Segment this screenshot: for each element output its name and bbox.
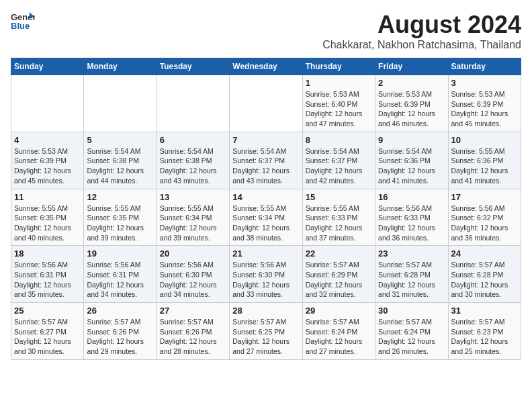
day-number: 30 — [378, 306, 445, 316]
day-number: 9 — [378, 135, 445, 145]
calendar-cell: 21Sunrise: 5:56 AM Sunset: 6:30 PM Dayli… — [230, 246, 302, 303]
day-info: Sunrise: 5:54 AM Sunset: 6:37 PM Dayligh… — [306, 146, 372, 186]
day-info: Sunrise: 5:53 AM Sunset: 6:39 PM Dayligh… — [451, 89, 518, 129]
day-info: Sunrise: 5:54 AM Sunset: 6:36 PM Dayligh… — [378, 146, 445, 186]
day-number: 18 — [14, 248, 81, 259]
calendar-cell: 23Sunrise: 5:57 AM Sunset: 6:28 PM Dayli… — [375, 246, 448, 303]
day-info: Sunrise: 5:57 AM Sunset: 6:29 PM Dayligh… — [306, 260, 372, 300]
day-number: 24 — [451, 248, 518, 259]
calendar-cell: 20Sunrise: 5:56 AM Sunset: 6:30 PM Dayli… — [157, 246, 229, 303]
calendar-cell: 29Sunrise: 5:57 AM Sunset: 6:24 PM Dayli… — [302, 303, 375, 360]
weekday-header: Monday — [84, 58, 157, 75]
day-number: 11 — [14, 192, 81, 202]
weekday-header: Sunday — [11, 58, 84, 75]
day-number: 8 — [306, 135, 372, 145]
day-info: Sunrise: 5:53 AM Sunset: 6:39 PM Dayligh… — [14, 146, 81, 186]
calendar-cell: 15Sunrise: 5:55 AM Sunset: 6:33 PM Dayli… — [302, 189, 375, 246]
logo-icon: General Blue — [11, 11, 35, 31]
calendar-cell: 28Sunrise: 5:57 AM Sunset: 6:25 PM Dayli… — [230, 303, 302, 360]
calendar-cell: 6Sunrise: 5:54 AM Sunset: 6:38 PM Daylig… — [157, 132, 229, 189]
calendar-cell: 11Sunrise: 5:55 AM Sunset: 6:35 PM Dayli… — [11, 189, 84, 246]
day-info: Sunrise: 5:57 AM Sunset: 6:26 PM Dayligh… — [87, 317, 153, 357]
calendar-cell: 4Sunrise: 5:53 AM Sunset: 6:39 PM Daylig… — [11, 132, 84, 189]
day-number: 6 — [160, 135, 226, 145]
month-year: August 2024 — [322, 11, 521, 39]
calendar-cell: 14Sunrise: 5:55 AM Sunset: 6:34 PM Dayli… — [230, 189, 302, 246]
day-info: Sunrise: 5:55 AM Sunset: 6:35 PM Dayligh… — [14, 203, 81, 243]
day-info: Sunrise: 5:57 AM Sunset: 6:25 PM Dayligh… — [232, 317, 299, 357]
calendar-cell: 8Sunrise: 5:54 AM Sunset: 6:37 PM Daylig… — [302, 132, 375, 189]
calendar-cell — [230, 75, 302, 132]
day-info: Sunrise: 5:55 AM Sunset: 6:36 PM Dayligh… — [451, 146, 518, 186]
title-area: August 2024 Chakkarat, Nakhon Ratchasima… — [322, 11, 521, 51]
calendar-cell: 31Sunrise: 5:57 AM Sunset: 6:23 PM Dayli… — [448, 303, 521, 360]
calendar-cell: 16Sunrise: 5:56 AM Sunset: 6:33 PM Dayli… — [375, 189, 448, 246]
logo: General Blue — [11, 11, 35, 31]
calendar-cell: 12Sunrise: 5:55 AM Sunset: 6:35 PM Dayli… — [84, 189, 157, 246]
day-info: Sunrise: 5:56 AM Sunset: 6:31 PM Dayligh… — [87, 260, 153, 300]
header: General Blue August 2024 Chakkarat, Nakh… — [11, 11, 521, 51]
svg-text:Blue: Blue — [11, 21, 30, 31]
calendar-cell: 10Sunrise: 5:55 AM Sunset: 6:36 PM Dayli… — [448, 132, 521, 189]
day-number: 31 — [451, 306, 518, 316]
calendar-cell: 7Sunrise: 5:54 AM Sunset: 6:37 PM Daylig… — [230, 132, 302, 189]
calendar-cell — [11, 75, 84, 132]
day-info: Sunrise: 5:57 AM Sunset: 6:28 PM Dayligh… — [378, 260, 445, 300]
weekday-header: Tuesday — [157, 58, 229, 75]
day-number: 5 — [87, 135, 153, 145]
day-number: 2 — [378, 78, 445, 88]
day-number: 27 — [160, 306, 226, 316]
calendar-body: 1Sunrise: 5:53 AM Sunset: 6:40 PM Daylig… — [11, 75, 521, 360]
day-number: 14 — [232, 192, 299, 202]
weekday-header: Thursday — [302, 58, 375, 75]
calendar-cell: 18Sunrise: 5:56 AM Sunset: 6:31 PM Dayli… — [11, 246, 84, 303]
day-number: 4 — [14, 135, 81, 145]
day-number: 23 — [378, 248, 445, 259]
day-info: Sunrise: 5:56 AM Sunset: 6:33 PM Dayligh… — [378, 203, 445, 243]
day-info: Sunrise: 5:57 AM Sunset: 6:27 PM Dayligh… — [14, 317, 81, 357]
calendar-cell: 3Sunrise: 5:53 AM Sunset: 6:39 PM Daylig… — [448, 75, 521, 132]
calendar-cell: 1Sunrise: 5:53 AM Sunset: 6:40 PM Daylig… — [302, 75, 375, 132]
day-number: 19 — [87, 248, 153, 259]
day-number: 26 — [87, 306, 153, 316]
day-info: Sunrise: 5:57 AM Sunset: 6:24 PM Dayligh… — [378, 317, 445, 357]
day-number: 21 — [232, 248, 299, 259]
day-info: Sunrise: 5:56 AM Sunset: 6:30 PM Dayligh… — [160, 260, 226, 300]
location: Chakkarat, Nakhon Ratchasima, Thailand — [322, 39, 521, 51]
day-number: 28 — [232, 306, 299, 316]
calendar-cell: 22Sunrise: 5:57 AM Sunset: 6:29 PM Dayli… — [302, 246, 375, 303]
calendar-cell: 26Sunrise: 5:57 AM Sunset: 6:26 PM Dayli… — [84, 303, 157, 360]
day-info: Sunrise: 5:57 AM Sunset: 6:24 PM Dayligh… — [306, 317, 372, 357]
calendar-cell: 5Sunrise: 5:54 AM Sunset: 6:38 PM Daylig… — [84, 132, 157, 189]
day-number: 10 — [451, 135, 518, 145]
calendar-table: SundayMondayTuesdayWednesdayThursdayFrid… — [11, 58, 521, 360]
day-info: Sunrise: 5:54 AM Sunset: 6:38 PM Dayligh… — [160, 146, 226, 186]
day-info: Sunrise: 5:56 AM Sunset: 6:31 PM Dayligh… — [14, 260, 81, 300]
weekday-header: Saturday — [448, 58, 521, 75]
calendar-cell: 27Sunrise: 5:57 AM Sunset: 6:26 PM Dayli… — [157, 303, 229, 360]
day-info: Sunrise: 5:55 AM Sunset: 6:33 PM Dayligh… — [306, 203, 372, 243]
day-info: Sunrise: 5:55 AM Sunset: 6:34 PM Dayligh… — [160, 203, 226, 243]
calendar-cell — [157, 75, 229, 132]
day-number: 17 — [451, 192, 518, 202]
weekday-header: Friday — [375, 58, 448, 75]
calendar-cell: 24Sunrise: 5:57 AM Sunset: 6:28 PM Dayli… — [448, 246, 521, 303]
day-info: Sunrise: 5:57 AM Sunset: 6:23 PM Dayligh… — [451, 317, 518, 357]
day-info: Sunrise: 5:54 AM Sunset: 6:37 PM Dayligh… — [232, 146, 299, 186]
day-info: Sunrise: 5:53 AM Sunset: 6:40 PM Dayligh… — [306, 89, 372, 129]
calendar-cell: 30Sunrise: 5:57 AM Sunset: 6:24 PM Dayli… — [375, 303, 448, 360]
calendar-cell: 2Sunrise: 5:53 AM Sunset: 6:39 PM Daylig… — [375, 75, 448, 132]
day-number: 25 — [14, 306, 81, 316]
day-number: 22 — [306, 248, 372, 259]
calendar-header: SundayMondayTuesdayWednesdayThursdayFrid… — [11, 58, 521, 75]
weekday-header: Wednesday — [230, 58, 302, 75]
day-number: 3 — [451, 78, 518, 88]
day-number: 15 — [306, 192, 372, 202]
day-info: Sunrise: 5:55 AM Sunset: 6:35 PM Dayligh… — [87, 203, 153, 243]
calendar-cell: 13Sunrise: 5:55 AM Sunset: 6:34 PM Dayli… — [157, 189, 229, 246]
day-number: 13 — [160, 192, 226, 202]
day-info: Sunrise: 5:56 AM Sunset: 6:32 PM Dayligh… — [451, 203, 518, 243]
day-info: Sunrise: 5:53 AM Sunset: 6:39 PM Dayligh… — [378, 89, 445, 129]
day-number: 7 — [232, 135, 299, 145]
day-info: Sunrise: 5:55 AM Sunset: 6:34 PM Dayligh… — [232, 203, 299, 243]
